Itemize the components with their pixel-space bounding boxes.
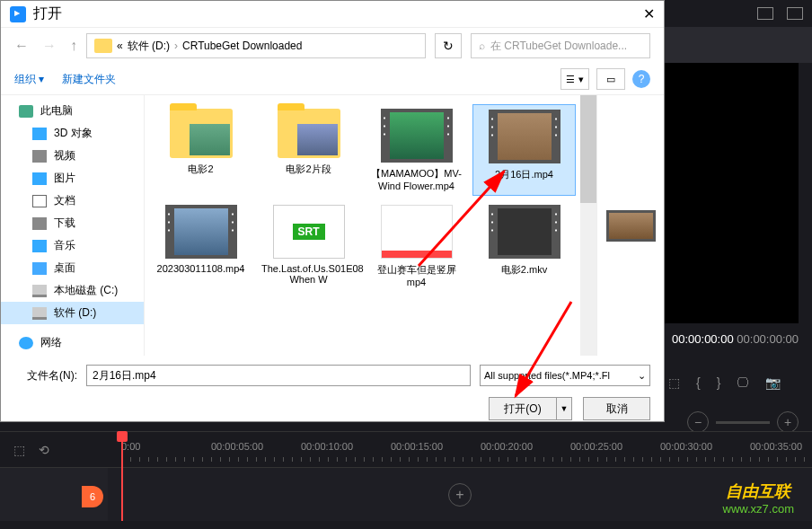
file-item[interactable]: SRT The.Last.of.Us.S01E08 When W <box>257 200 360 292</box>
view-mode-button[interactable]: ☰ ▾ <box>560 68 589 90</box>
folder-icon <box>278 109 340 158</box>
file-item[interactable]: 电影2片段 <box>257 104 360 196</box>
sidebar-pictures[interactable]: 图片 <box>1 167 144 190</box>
file-item[interactable]: 登山赛车但是竖屏 mp4 <box>365 200 468 292</box>
track-badge: 6 <box>82 486 103 507</box>
dialog-title: 打开 <box>33 4 62 23</box>
sidebar-documents[interactable]: 文档 <box>1 190 144 212</box>
subtitle-file-icon: SRT <box>273 205 345 259</box>
file-filter-select[interactable]: All supported files(*.MP4;*.Fl⌄ <box>480 365 650 386</box>
search-icon: ⌕ <box>479 40 485 52</box>
breadcrumb-folder[interactable]: CRTubeGet Downloaded <box>182 40 302 52</box>
timeline-tick: 00:00:30:00 <box>660 441 712 452</box>
open-dropdown-button[interactable]: ▼ <box>556 397 572 420</box>
filename-input[interactable] <box>86 365 471 386</box>
sidebar-3d-objects[interactable]: 3D 对象 <box>1 122 144 145</box>
bracket-close-icon[interactable]: } <box>717 375 721 390</box>
video-thumb-icon <box>381 109 453 163</box>
link-tool-icon[interactable]: ⟲ <box>39 443 49 457</box>
sidebar-downloads[interactable]: 下载 <box>1 212 144 234</box>
time-current: 00:00:00:00 <box>672 332 734 346</box>
timeline-tick: 00:00:05:00 <box>211 441 263 452</box>
breadcrumb[interactable]: « 软件 (D:) › CRTubeGet Downloaded <box>86 33 426 58</box>
video-preview <box>664 63 799 323</box>
fullscreen-icon[interactable] <box>787 7 803 20</box>
camera-icon[interactable]: 📷 <box>765 375 781 390</box>
sidebar-network[interactable]: 网络 <box>1 331 144 354</box>
help-button[interactable]: ? <box>632 70 650 88</box>
refresh-button[interactable]: ↻ <box>435 33 462 58</box>
nav-forward-icon: → <box>42 38 57 54</box>
organize-button[interactable]: 组织 ▾ <box>14 72 44 87</box>
search-input[interactable]: ⌕ 在 CRTubeGet Downloade... <box>471 33 650 58</box>
nav-up-icon[interactable]: ↑ <box>70 38 77 54</box>
zoom-slider[interactable] <box>716 421 770 424</box>
zoom-out-button[interactable]: − <box>687 411 709 433</box>
folder-icon <box>170 109 233 158</box>
preview-thumbnail <box>606 210 656 242</box>
playhead[interactable] <box>121 431 123 521</box>
sidebar-this-pc[interactable]: 此电脑 <box>1 100 144 122</box>
zoom-in-button[interactable]: + <box>777 411 799 433</box>
breadcrumb-disk[interactable]: 软件 (D:) <box>128 39 170 54</box>
time-max: 00:00:00:00 <box>737 332 799 346</box>
sidebar-desktop[interactable]: 桌面 <box>1 257 144 279</box>
file-open-dialog: 打开 ✕ ← → ↑ « 软件 (D:) › CRTubeGet Downloa… <box>0 0 665 422</box>
watermark: 自由互联 www.xz7.com <box>723 481 794 516</box>
timeline-tick: 0:00 <box>121 441 140 452</box>
new-folder-button[interactable]: 新建文件夹 <box>62 72 116 87</box>
file-item-selected[interactable]: 2月16日.mp4 <box>472 104 576 196</box>
sidebar-music[interactable]: 音乐 <box>1 234 144 257</box>
scrollbar[interactable] <box>580 95 596 356</box>
file-item[interactable]: 电影2.mkv <box>472 200 576 292</box>
video-thumb-icon <box>489 110 560 163</box>
timeline-tick: 00:00:25:00 <box>570 441 622 452</box>
sidebar-videos[interactable]: 视频 <box>1 145 144 167</box>
display-icon[interactable]: 🖵 <box>737 375 749 390</box>
sidebar-c-drive[interactable]: 本地磁盘 (C:) <box>1 279 144 302</box>
video-thumb-icon <box>381 205 453 259</box>
file-grid: 电影2 电影2片段 【MAMAMOO】MV- Wind Flower.mp4 2… <box>145 95 596 356</box>
timeline-ruler[interactable]: 0:0000:00:05:0000:00:10:0000:00:15:0000:… <box>108 432 812 467</box>
open-button[interactable]: 打开(O) <box>489 397 556 420</box>
sidebar: 此电脑 3D 对象 视频 图片 文档 下载 音乐 桌面 本地磁盘 (C:) 软件… <box>1 95 145 356</box>
timeline-track[interactable]: + <box>108 468 812 521</box>
video-thumb-icon <box>489 205 560 259</box>
timeline-tick: 00:00:10:00 <box>301 441 353 452</box>
timeline-tick: 00:00:35:00 <box>750 441 802 452</box>
sidebar-d-drive[interactable]: 软件 (D:) <box>1 302 144 324</box>
timeline-tick: 00:00:15:00 <box>391 441 443 452</box>
app-logo-icon <box>10 6 26 22</box>
nav-back-icon[interactable]: ← <box>14 38 29 54</box>
bracket-open-icon[interactable]: { <box>696 375 701 390</box>
folder-icon <box>94 39 112 53</box>
file-item[interactable]: 电影2 <box>149 104 252 196</box>
filename-label: 文件名(N): <box>14 368 77 384</box>
cancel-button[interactable]: 取消 <box>583 397 650 420</box>
timeline-tick: 00:00:20:00 <box>481 441 533 452</box>
file-item[interactable]: 【MAMAMOO】MV- Wind Flower.mp4 <box>365 104 468 196</box>
preview-pane-button[interactable]: ▭ <box>596 68 625 90</box>
preview-pane <box>596 95 664 356</box>
layout-icon[interactable] <box>757 7 773 20</box>
crop-icon[interactable]: ⬚ <box>668 375 680 390</box>
selection-tool-icon[interactable]: ⬚ <box>13 443 25 457</box>
file-item[interactable]: 202303011108.mp4 <box>149 200 252 292</box>
add-clip-button[interactable]: + <box>448 483 472 507</box>
video-thumb-icon <box>165 205 237 259</box>
close-button[interactable]: ✕ <box>643 5 655 22</box>
